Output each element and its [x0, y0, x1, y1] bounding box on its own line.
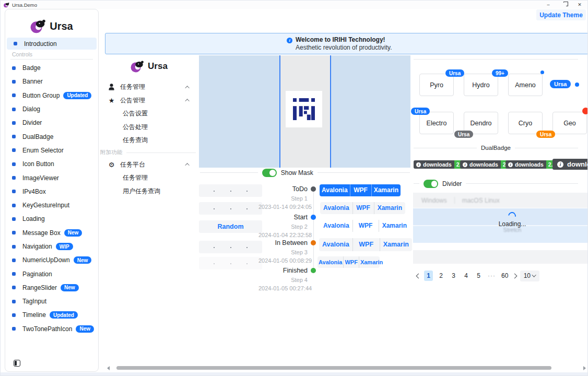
standalone-ursa-badge: Ursa [550, 80, 571, 88]
menu-logo: Ursa [99, 57, 199, 75]
sidebar-item-pagination[interactable]: Pagination [5, 267, 98, 280]
sidebar-item-twotonepathicon[interactable]: TwoTonePathIconNew [5, 322, 98, 336]
sidebar-item-label: Badge [22, 64, 41, 72]
bullet-icon [12, 217, 16, 221]
divider-line [200, 172, 258, 173]
sidebar-logo-text: Ursa [50, 20, 73, 32]
sidebar-item-badge[interactable]: Badge [5, 61, 98, 75]
sidebar-item-numericupdown[interactable]: NumericUpDownNew [5, 253, 98, 267]
page-button-1[interactable]: 1 [424, 271, 433, 281]
status-badge: New [74, 256, 92, 264]
xamarin-button[interactable]: Xamarin [374, 202, 405, 214]
timeline-time: 2024-01-05 00:08:29 [258, 257, 308, 264]
mask-boundary-line[interactable] [330, 55, 331, 168]
sidebar-item-label: Introduction [24, 40, 57, 48]
menu-item-announcement-management[interactable]: ★ 公告管理 [99, 94, 199, 108]
menu-item-announcement-processing[interactable]: 公告处理 [99, 121, 199, 134]
image-viewer[interactable] [199, 55, 410, 168]
dual-badge-left: downloads [469, 161, 498, 168]
next-page-icon[interactable] [512, 273, 518, 278]
divider-toggle[interactable] [424, 180, 438, 188]
random-button[interactable]: Random [199, 220, 262, 233]
wpf-button[interactable]: WPF [352, 202, 374, 214]
sidebar-item-message-box[interactable]: Message BoxNew [5, 226, 98, 240]
bullet-icon [12, 66, 16, 70]
xamarin-button[interactable]: Xamarin [379, 220, 410, 232]
menu-item-announcement-settings[interactable]: 公告设置 [99, 107, 199, 121]
sidebar-item-keygestureinput[interactable]: KeyGestureInput [5, 198, 98, 212]
bullet-icon [12, 135, 16, 138]
menu-item-user-task-query[interactable]: 用户任务查询 [99, 185, 199, 198]
sidebar-item-banner[interactable]: Banner [5, 75, 98, 88]
chevron-up-icon [185, 99, 189, 103]
divider-toggle-label: Divider [442, 180, 462, 187]
ipv4-input[interactable] [199, 241, 262, 253]
ellipsis-icon[interactable]: ··· [487, 271, 497, 281]
sidebar-item-taginput[interactable]: TagInput [5, 295, 98, 308]
horizontal-scrollbar-thumb[interactable] [116, 366, 551, 370]
button-group-solid: Avalonia WPF Xamarin [320, 184, 401, 196]
menu-item-task-query[interactable]: 任务查询 [99, 134, 199, 147]
avalonia-button[interactable]: Avalonia [320, 220, 352, 232]
menu-item-task-management-2[interactable]: 任务管理 [99, 171, 199, 185]
menu-item-label: 任务管理 [120, 83, 145, 91]
show-mask-toggle[interactable] [262, 169, 277, 177]
wpf-button[interactable]: WPF [343, 256, 358, 268]
menu-item-label: 任务平台 [120, 160, 145, 169]
close-icon: ✕ [578, 2, 582, 7]
sidebar-item-icon-button[interactable]: Icon Button [5, 157, 98, 171]
sidebar-item-loading[interactable]: Loading [5, 212, 98, 226]
page-button-5[interactable]: 5 [474, 271, 483, 281]
status-badge: New [64, 229, 83, 237]
avalonia-button[interactable]: Avalonia [319, 238, 352, 251]
vertical-divider [454, 197, 455, 204]
xamarin-button[interactable]: Xamarin [371, 184, 401, 196]
sidebar-item-dialog[interactable]: Dialog [5, 102, 98, 116]
sidebar-item-rangeslider[interactable]: RangeSliderNew [5, 281, 98, 295]
ipv4-input[interactable] [199, 184, 262, 197]
sidebar-collapse-button[interactable] [14, 360, 20, 367]
prev-page-icon[interactable] [416, 273, 421, 278]
sidebar-item-dualbadge[interactable]: DualBadge [5, 130, 98, 143]
sidebar-item-imageviewer[interactable]: ImageViewer [5, 171, 98, 184]
wpf-button[interactable]: WPF [352, 220, 379, 232]
sidebar-item-button-group[interactable]: Button GroupUpdated [5, 89, 98, 102]
page-button-2[interactable]: 2 [437, 271, 445, 281]
status-badge: WIP [56, 243, 73, 250]
sidebar-item-enum-selector[interactable]: Enum Selector [5, 144, 98, 157]
sidebar-item-divider[interactable]: Divider [5, 116, 98, 130]
wpf-button[interactable]: WPF [350, 184, 371, 196]
mask-boundary-line[interactable] [279, 55, 280, 168]
wpf-button[interactable]: WPF [352, 238, 380, 251]
page-button-3[interactable]: 3 [449, 271, 458, 281]
scroll-right-arrow[interactable] [583, 366, 586, 370]
ipv4-input[interactable] [199, 202, 262, 215]
xamarin-button[interactable]: Xamarin [359, 256, 384, 268]
update-theme-button[interactable]: Update Theme [536, 9, 586, 20]
page-button-4[interactable]: 4 [462, 271, 471, 281]
sidebar-item-navigation[interactable]: NavigationWIP [5, 240, 98, 253]
minimize-button[interactable]: – [540, 1, 556, 8]
ipv4-input-disabled [199, 257, 262, 269]
scroll-left-arrow[interactable] [107, 366, 110, 370]
avalonia-button[interactable]: Avalonia [317, 256, 343, 268]
restore-button[interactable] [556, 1, 572, 8]
menu-item-task-management[interactable]: 任务管理 [99, 80, 199, 94]
sidebar-item-introduction[interactable]: Introduction [7, 38, 97, 50]
info-icon: i [557, 161, 563, 168]
page-button-60[interactable]: 60 [500, 271, 509, 281]
timeline: ToDo Step 1 2023-01-14 09:24:05 Start St… [258, 183, 321, 293]
page-size-select[interactable]: 10 [520, 271, 539, 281]
xamarin-button[interactable]: Xamarin [380, 238, 412, 251]
menu-item-task-platform[interactable]: ⚙ 任务平台 [99, 158, 199, 172]
status-badge: Updated [63, 92, 91, 99]
info-icon: i [416, 162, 421, 167]
sidebar-item-timeline[interactable]: TimelineUpdated [5, 308, 98, 322]
avalonia-button[interactable]: Avalonia [320, 184, 350, 196]
avalonia-button[interactable]: Avalonia [320, 202, 352, 214]
sidebar-item-label: Pagination [22, 271, 52, 278]
close-button[interactable]: ✕ [572, 1, 587, 8]
update-theme-label: Update Theme [539, 11, 583, 19]
sidebar-item-ipv4box[interactable]: IPv4Box [5, 185, 98, 198]
platform-label: macOS Linux [462, 197, 500, 204]
